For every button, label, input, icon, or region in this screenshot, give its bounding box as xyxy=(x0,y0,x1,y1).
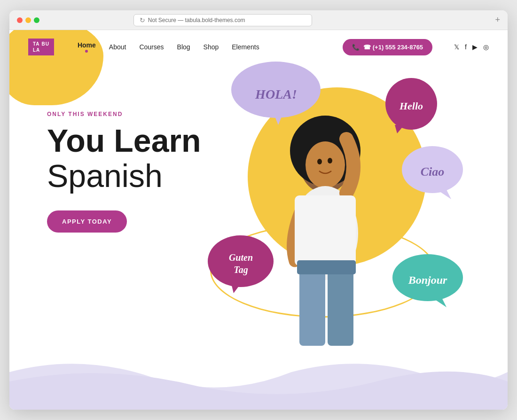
svg-point-17 xyxy=(328,158,332,163)
website-content: TA BU LA Home About Courses Blog Shop El… xyxy=(9,30,508,410)
nav-links: Home About Courses Blog Shop Elements xyxy=(78,41,329,53)
svg-point-15 xyxy=(306,141,345,188)
hero-right-content: HOLA! Hello Ciao xyxy=(201,73,479,346)
hola-text: HOLA! xyxy=(255,87,297,102)
svg-marker-1 xyxy=(274,113,283,125)
new-tab-button[interactable]: + xyxy=(495,15,500,25)
bonjour-text: Bonjour xyxy=(408,274,447,287)
instagram-icon[interactable]: ◎ xyxy=(483,43,489,51)
phone-number: ☎ (+1) 555 234-8765 xyxy=(363,44,423,51)
svg-rect-23 xyxy=(297,260,356,274)
bonjour-bubble: Bonjour xyxy=(390,252,465,308)
hello-text: Hello xyxy=(400,100,423,112)
nav-link-elements[interactable]: Elements xyxy=(232,43,259,51)
nav-active-dot xyxy=(85,50,88,53)
svg-marker-7 xyxy=(231,284,241,293)
ciao-text: Ciao xyxy=(421,165,445,179)
twitter-icon[interactable]: 𝕏 xyxy=(454,43,459,51)
browser-dots xyxy=(17,17,39,23)
hola-bubble: HOLA! xyxy=(229,59,323,130)
hello-bubble: Hello xyxy=(381,78,442,134)
logo-cell-ta: TA xyxy=(33,41,40,47)
close-dot[interactable] xyxy=(17,17,23,23)
svg-point-16 xyxy=(317,159,322,164)
refresh-icon: ↻ xyxy=(140,16,145,24)
apply-today-button[interactable]: APPLY TODAY xyxy=(47,210,127,233)
nav-link-home[interactable]: Home xyxy=(78,41,96,49)
minimize-dot[interactable] xyxy=(25,17,31,23)
address-bar[interactable]: ↻ Not Secure — tabula.bold-themes.com xyxy=(133,14,312,26)
nav-link-courses[interactable]: Courses xyxy=(139,43,164,51)
phone-button[interactable]: 📞 ☎ (+1) 555 234-8765 xyxy=(343,39,432,55)
url-text: Not Secure — tabula.bold-themes.com xyxy=(148,17,245,23)
hero-left-content: ONLY THIS WEEKEND You Learn Spanish APPL… xyxy=(47,73,201,233)
hero-title-line2: Spanish xyxy=(47,158,163,194)
hero-title-line1: You Learn xyxy=(47,123,201,158)
nav-link-about[interactable]: About xyxy=(109,43,126,51)
nav-link-shop[interactable]: Shop xyxy=(204,43,219,51)
logo-cell-la: LA xyxy=(33,47,40,53)
logo[interactable]: TA BU LA xyxy=(28,39,54,55)
svg-marker-3 xyxy=(395,125,404,133)
hero-subtitle: ONLY THIS WEEKEND xyxy=(47,111,201,117)
nav-item-home[interactable]: Home xyxy=(78,41,96,53)
facebook-icon[interactable]: f xyxy=(465,43,467,51)
nav-link-blog[interactable]: Blog xyxy=(177,43,190,51)
social-icons: 𝕏 f ▶ ◎ xyxy=(454,43,489,51)
guten-tag-text: GutenTag xyxy=(229,251,253,276)
youtube-icon[interactable]: ▶ xyxy=(472,43,478,51)
guten-tag-bubble: GutenTag xyxy=(205,233,276,294)
browser-window: ↻ Not Secure — tabula.bold-themes.com + … xyxy=(9,10,508,410)
logo-cell-empty xyxy=(41,47,49,53)
ciao-bubble: Ciao xyxy=(400,144,465,200)
svg-marker-9 xyxy=(432,298,446,307)
svg-rect-20 xyxy=(295,195,356,266)
bottom-wave xyxy=(9,353,508,410)
navbar: TA BU LA Home About Courses Blog Shop El… xyxy=(9,30,508,64)
maximize-dot[interactable] xyxy=(34,17,39,23)
person-image xyxy=(243,111,403,346)
logo-cell-bu: BU xyxy=(41,41,49,47)
hero-title: You Learn Spanish xyxy=(47,123,201,194)
svg-marker-5 xyxy=(437,190,451,199)
phone-icon: 📞 xyxy=(352,44,360,51)
browser-chrome: ↻ Not Secure — tabula.bold-themes.com + xyxy=(9,10,508,30)
